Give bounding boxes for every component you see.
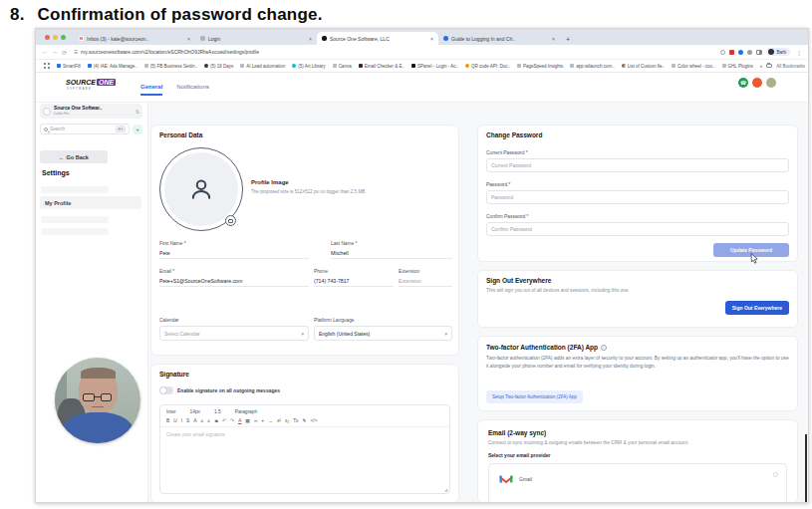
current-password-field[interactable]	[486, 158, 789, 172]
signature-textarea[interactable]: Create your email signature	[160, 427, 449, 442]
profile-image-uploader[interactable]	[159, 147, 243, 231]
workspace-switcher[interactable]: Source One Softwar.. Lake Fo.. ⇅	[40, 104, 142, 119]
bold-icon[interactable]: B	[166, 418, 169, 423]
extension-icon-red[interactable]	[729, 50, 734, 55]
fullwidth-icon[interactable]: ↔	[268, 418, 273, 423]
new-tab-button[interactable]: +	[566, 36, 570, 43]
provider-option-gmail[interactable]: Gmail	[489, 464, 786, 493]
first-name-field[interactable]	[159, 250, 309, 259]
close-window-button[interactable]	[45, 35, 50, 40]
resize-handle[interactable]: ◢	[444, 487, 447, 492]
edit-icon[interactable]: ✎	[303, 418, 307, 423]
bookmark-item[interactable]: QR code API: Doc..	[465, 64, 510, 69]
quick-add-icon[interactable]: +	[133, 125, 142, 134]
page-scrollbar[interactable]	[805, 434, 807, 502]
tab-general[interactable]: General	[140, 84, 162, 96]
bookmark-item[interactable]: Color wheel - cou..	[672, 64, 715, 69]
bookmark-item[interactable]: (5) Art Library	[292, 64, 325, 69]
sidebar-item-faded[interactable]	[41, 228, 109, 235]
search-input[interactable]: Search ⌘K	[40, 124, 130, 134]
close-tab-icon[interactable]: ×	[552, 36, 555, 42]
superscript-icon[interactable]: x²	[277, 418, 281, 423]
bookmark-item[interactable]: Email Checker & E..	[359, 64, 405, 69]
font-size-select[interactable]: 14px	[190, 409, 200, 414]
apps-grid-icon[interactable]	[44, 63, 50, 69]
redo-icon[interactable]: ↷	[230, 418, 234, 423]
chrome-profile-chip[interactable]: Barb	[766, 48, 790, 56]
phone-field[interactable]	[314, 278, 394, 287]
reload-icon[interactable]: ⟳	[62, 49, 67, 56]
insert-icon[interactable]: +	[261, 418, 264, 423]
maximize-window-button[interactable]	[61, 35, 66, 40]
browser-tab-sourceone-active[interactable]: Source One Software, LLC ×	[317, 32, 438, 45]
close-tab-icon[interactable]: ×	[430, 36, 433, 42]
confirm-password-field[interactable]	[486, 222, 789, 236]
extension-icon-blue[interactable]	[738, 50, 743, 55]
sidebar-item-my-profile[interactable]: My Profile	[40, 196, 141, 209]
link-icon[interactable]: ∞	[254, 418, 257, 423]
italic-icon[interactable]: I	[181, 418, 182, 423]
sign-out-everywhere-button[interactable]: Sign Out Everywhere	[725, 301, 789, 315]
line-height-select[interactable]: 1.5	[214, 409, 221, 414]
extension-field[interactable]	[399, 278, 452, 287]
password-manager-icon[interactable]	[720, 50, 725, 55]
browser-tab-guide[interactable]: Guide to Logging In and Ch.. ×	[438, 32, 560, 45]
minimize-window-button[interactable]	[53, 35, 58, 40]
side-panel-icon[interactable]	[756, 50, 762, 55]
info-icon[interactable]: i	[601, 345, 607, 351]
extension-icon-gray[interactable]	[747, 50, 752, 55]
tune-icon[interactable]: ☰	[74, 50, 78, 55]
go-back-button[interactable]: ← Go Back	[40, 150, 108, 163]
signature-toggle[interactable]	[159, 386, 173, 394]
browser-tab-login[interactable]: Login ×	[195, 32, 317, 45]
undo-icon[interactable]: ↶	[222, 418, 226, 423]
bookmark-item[interactable]: (4) IAE: Ads Manage..	[88, 64, 137, 69]
forward-icon[interactable]: →	[52, 49, 58, 55]
bookmark-item[interactable]: Canva	[333, 64, 352, 69]
text-color-icon[interactable]: A	[238, 418, 241, 423]
platform-language-select[interactable]: English (United States) ▾	[314, 326, 452, 341]
bookmark-item[interactable]: SPanel - Login - Ac..	[411, 64, 458, 69]
chrome-menu-icon[interactable]: ⋮	[796, 49, 802, 56]
font-family-select[interactable]: Inter	[166, 409, 176, 414]
paragraph-select[interactable]: Paragraph	[235, 409, 257, 414]
align-left-icon[interactable]: ≡	[200, 418, 203, 423]
setup-2fa-button[interactable]: Setup Two-factor Authentication (2FA) Ap…	[486, 390, 583, 403]
new-password-field[interactable]	[486, 190, 789, 204]
phone-icon[interactable]: ☎	[738, 78, 748, 88]
bookmark-item[interactable]: GHL Plugins	[722, 64, 753, 69]
tab-notifications[interactable]: Notifications	[176, 84, 209, 96]
last-name-field[interactable]	[331, 250, 452, 259]
sidebar-item-faded[interactable]	[41, 186, 109, 193]
underline-icon[interactable]: U	[173, 418, 176, 423]
browser-tab-inbox[interactable]: M Inbox (3) - kate@sourceon.. ×	[74, 32, 195, 45]
calendar-select[interactable]: Select Calendar ▾	[159, 326, 309, 341]
close-tab-icon[interactable]: ×	[309, 36, 312, 42]
signature-editor[interactable]: Inter 14px 1.5 Paragraph B U I S A ≡ ≡ ≣	[159, 404, 450, 494]
close-tab-icon[interactable]: ×	[187, 36, 190, 42]
align-center-icon[interactable]: ≡	[207, 418, 210, 423]
email-field[interactable]	[159, 278, 309, 287]
bookmark-item[interactable]: SmartFill	[57, 64, 81, 69]
bookmark-item[interactable]: AI Lead automation	[240, 64, 285, 69]
subscript-icon[interactable]: x₂	[285, 418, 289, 423]
bookmark-item[interactable]: app.wilaunch.com..	[570, 64, 615, 69]
user-avatar[interactable]	[766, 78, 776, 88]
bookmark-item[interactable]: (5) FB Business Settin..	[144, 64, 197, 69]
font-icon[interactable]: A	[193, 418, 196, 423]
clear-format-icon[interactable]: Tx	[293, 418, 298, 423]
address-url[interactable]: my.sourceonesoftware.com/v2/location/eSC…	[81, 49, 259, 55]
strikethrough-icon[interactable]: S	[186, 418, 189, 423]
bookmark-item[interactable]: List of Custom fie..	[622, 64, 665, 69]
camera-icon[interactable]	[225, 215, 236, 226]
overflow-icon[interactable]: »	[760, 64, 763, 69]
bookmark-item[interactable]: (5) 16 Days	[204, 64, 233, 69]
bookmark-item[interactable]: PageSpeed Insights	[517, 64, 563, 69]
code-icon[interactable]: </>	[311, 418, 318, 423]
list-icon[interactable]: ≣	[214, 418, 218, 423]
notification-icon[interactable]	[752, 78, 762, 88]
image-icon[interactable]: ▦	[245, 418, 250, 423]
all-bookmarks-button[interactable]: All Bookmarks	[776, 64, 805, 69]
sidebar-item-faded[interactable]	[41, 216, 109, 223]
back-icon[interactable]: ←	[42, 49, 48, 55]
